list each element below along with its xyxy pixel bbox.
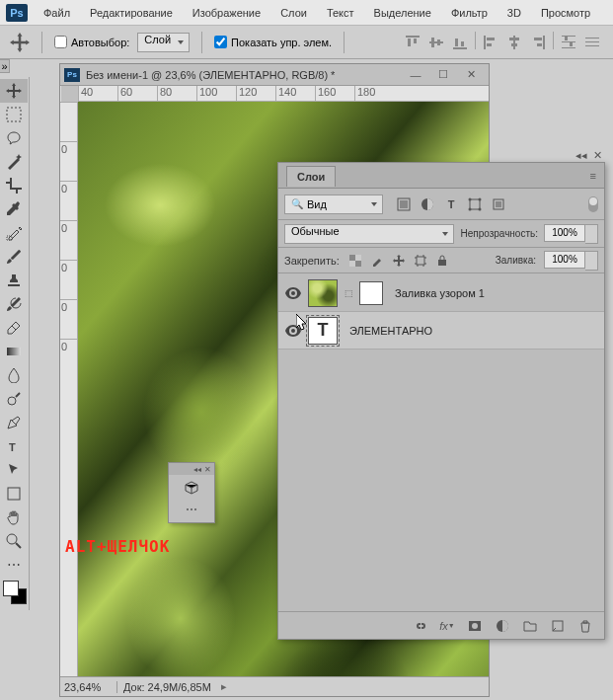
edit-toolbar[interactable]: ⋯ — [0, 553, 28, 577]
ruler-vertical[interactable]: 000000 — [60, 102, 78, 676]
layer-mask-thumbnail[interactable] — [359, 281, 383, 305]
svg-rect-10 — [487, 38, 495, 40]
align-left-icon[interactable] — [480, 32, 501, 53]
menu-3d[interactable]: 3D — [498, 3, 531, 23]
new-group-icon[interactable] — [521, 617, 539, 635]
lock-artboard-icon[interactable] — [413, 253, 428, 269]
autoselect-target-select[interactable]: Слой — [137, 33, 190, 52]
align-bottom-icon[interactable] — [449, 32, 471, 53]
magic-wand-tool[interactable] — [0, 150, 28, 174]
layer-name[interactable]: ЭЛЕМЕНТАРНО — [349, 325, 432, 337]
opacity-input[interactable] — [544, 224, 585, 242]
new-layer-icon[interactable] — [549, 617, 567, 635]
layer-thumbnail-text[interactable]: T — [308, 317, 338, 345]
show-controls-checkbox[interactable]: Показать упр. элем. — [214, 36, 332, 48]
history-brush-tool[interactable] — [0, 292, 28, 316]
menu-image[interactable]: Изображение — [183, 3, 270, 23]
mask-link-icon[interactable]: ⬚ — [344, 288, 353, 298]
svg-rect-47 — [438, 260, 446, 266]
svg-point-29 — [8, 397, 16, 405]
opacity-label: Непрозрачность: — [460, 228, 538, 239]
maximize-button[interactable]: ☐ — [429, 66, 457, 84]
lock-position-icon[interactable] — [391, 253, 407, 269]
eyedropper-tool[interactable] — [0, 197, 28, 221]
align-right-icon[interactable] — [527, 32, 549, 53]
filter-smart-icon[interactable] — [490, 195, 507, 213]
blur-tool[interactable] — [0, 363, 28, 387]
layer-row-text[interactable]: T ЭЛЕМЕНТАРНО — [278, 312, 604, 350]
color-swatch[interactable] — [3, 581, 27, 604]
floating-panel-cluster[interactable]: ◂◂✕ ⋯ — [168, 462, 215, 523]
move-tool[interactable] — [0, 79, 28, 103]
path-select-tool[interactable] — [0, 458, 28, 482]
layer-name[interactable]: Заливка узором 1 — [395, 287, 485, 299]
layer-mask-icon[interactable] — [466, 617, 484, 635]
svg-point-49 — [291, 329, 295, 333]
layer-fx-icon[interactable]: fx▼ — [438, 617, 456, 635]
ruler-horizontal[interactable]: 406080100120140160180 — [78, 86, 489, 102]
menu-edit[interactable]: Редактирование — [80, 3, 183, 23]
gradient-tool[interactable] — [0, 340, 28, 363]
cluster-more-icon[interactable]: ⋯ — [182, 501, 201, 518]
document-title: Без имени-1 @ 23,6% (ЭЛЕМЕНТАРНО, RGB/8)… — [86, 69, 402, 81]
doc-info[interactable]: Док: 24,9M/6,85M — [117, 681, 217, 693]
menu-filter[interactable]: Фильтр — [441, 3, 498, 23]
filter-pixel-icon[interactable] — [395, 195, 413, 213]
delete-layer-icon[interactable] — [576, 617, 594, 635]
lock-pixels-icon[interactable] — [347, 253, 363, 269]
filter-shape-icon[interactable] — [466, 195, 484, 213]
brush-tool[interactable] — [0, 245, 28, 269]
align-hcenter-icon[interactable] — [503, 32, 525, 53]
filter-kind-select[interactable]: Вид — [284, 194, 383, 214]
menu-text[interactable]: Текст — [317, 3, 364, 23]
panel-collapse-controls[interactable]: ◂◂✕ — [575, 149, 602, 162]
zoom-level[interactable]: 23,64% — [60, 681, 117, 693]
zoom-tool[interactable] — [0, 529, 28, 553]
filter-adjust-icon[interactable] — [419, 195, 436, 213]
fill-label: Заливка: — [496, 255, 536, 266]
layer-row-pattern-fill[interactable]: ⬚ Заливка узором 1 — [278, 274, 604, 312]
filter-type-icon[interactable]: T — [442, 195, 460, 213]
fill-input[interactable] — [544, 251, 585, 269]
eraser-tool[interactable] — [0, 316, 28, 340]
lock-brush-icon[interactable] — [369, 253, 385, 269]
panel-menu-icon[interactable]: ≡ — [590, 170, 596, 182]
svg-rect-20 — [562, 47, 575, 48]
lasso-tool[interactable] — [0, 126, 28, 150]
filter-toggle[interactable] — [588, 196, 598, 212]
autoselect-checkbox[interactable]: Автовыбор: — [54, 36, 129, 48]
align-vcenter-icon[interactable] — [425, 32, 447, 53]
close-button[interactable]: ✕ — [457, 66, 485, 84]
layers-tab[interactable]: Слои — [286, 166, 336, 187]
healing-brush-tool[interactable] — [0, 221, 28, 245]
pen-tool[interactable] — [0, 411, 28, 434]
visibility-toggle[interactable] — [284, 322, 302, 340]
distribute-vcenter-icon[interactable] — [581, 32, 603, 53]
blend-mode-select[interactable]: Обычные — [284, 224, 454, 244]
menu-select[interactable]: Выделение — [364, 3, 441, 23]
cluster-3d-icon[interactable] — [182, 479, 201, 497]
minimize-button[interactable]: — — [402, 66, 429, 84]
lock-all-icon[interactable] — [434, 253, 450, 269]
panel-expand-stub[interactable]: » — [0, 59, 10, 73]
cluster-header[interactable]: ◂◂✕ — [169, 463, 214, 475]
menu-layers[interactable]: Слои — [270, 3, 317, 23]
svg-rect-46 — [417, 257, 424, 265]
menu-view[interactable]: Просмотр — [531, 3, 600, 23]
hand-tool[interactable] — [0, 506, 28, 529]
marquee-tool[interactable] — [0, 103, 28, 126]
stamp-tool[interactable] — [0, 269, 28, 292]
dodge-tool[interactable] — [0, 387, 28, 411]
menu-file[interactable]: Файл — [34, 3, 80, 23]
distribute-top-icon[interactable] — [558, 32, 579, 53]
align-top-icon[interactable] — [402, 32, 423, 53]
shape-tool[interactable] — [0, 482, 28, 506]
layer-thumbnail[interactable] — [308, 279, 338, 307]
type-tool[interactable]: T — [0, 434, 28, 458]
visibility-toggle[interactable] — [284, 284, 302, 302]
crop-tool[interactable] — [0, 174, 28, 197]
link-layers-icon[interactable] — [411, 617, 428, 635]
svg-rect-15 — [543, 36, 545, 49]
layers-panel-header: Слои ≡ — [278, 163, 604, 189]
adjustment-layer-icon[interactable] — [494, 617, 511, 635]
